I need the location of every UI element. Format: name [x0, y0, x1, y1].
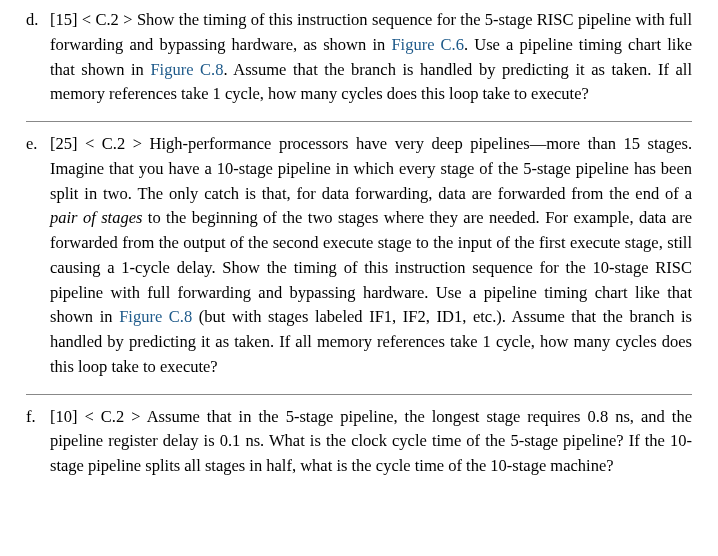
- item-marker: f.: [26, 405, 50, 479]
- item-marker: d.: [26, 8, 50, 107]
- italic-text: pair of stages: [50, 208, 142, 227]
- figure-link[interactable]: Figure C.8: [150, 60, 223, 79]
- list-item-f: f. [10] < C.2 > Assume that in the 5-sta…: [26, 405, 692, 479]
- item-content: [25] < C.2 > High-performance processors…: [50, 132, 692, 380]
- item-content: [10] < C.2 > Assume that in the 5-stage …: [50, 405, 692, 479]
- list-item-e: e. [25] < C.2 > High-performance process…: [26, 132, 692, 380]
- figure-link[interactable]: Figure C.8: [119, 307, 192, 326]
- separator: [26, 394, 692, 395]
- item-prefix: [15] < C.2 >: [50, 10, 137, 29]
- item-prefix: [25] < C.2 >: [50, 134, 150, 153]
- item-text: Assume that in the 5-stage pipeline, the…: [50, 407, 692, 476]
- item-prefix: [10] < C.2 >: [50, 407, 147, 426]
- figure-link[interactable]: Figure C.6: [391, 35, 464, 54]
- list-item-d: d. [15] < C.2 > Show the timing of this …: [26, 8, 692, 107]
- separator: [26, 121, 692, 122]
- item-marker: e.: [26, 132, 50, 380]
- item-content: [15] < C.2 > Show the timing of this ins…: [50, 8, 692, 107]
